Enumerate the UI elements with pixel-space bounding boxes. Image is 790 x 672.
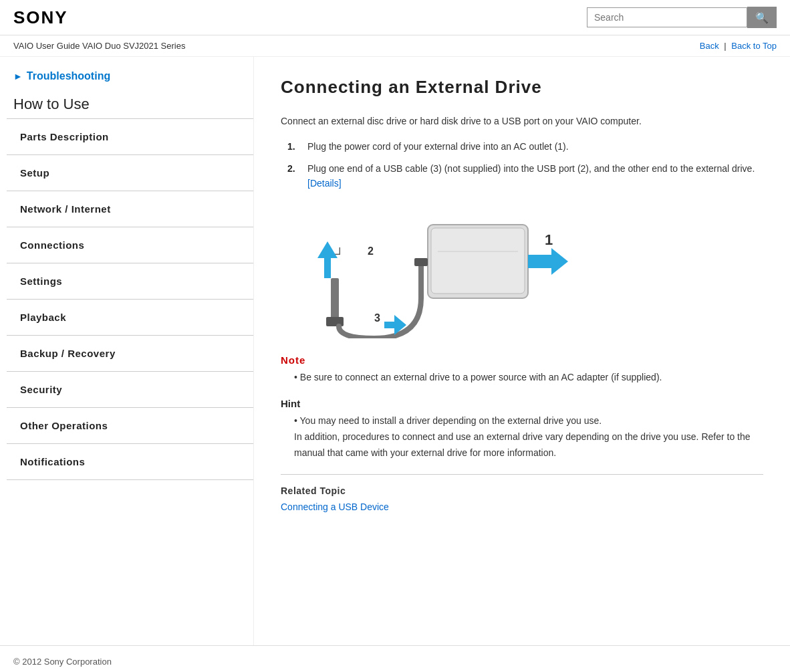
guide-title: VAIO User Guide VAIO Duo SVJ2021 Series: [13, 41, 185, 51]
svg-text:3: 3: [374, 312, 380, 324]
svg-rect-8: [331, 278, 339, 318]
search-input[interactable]: [587, 7, 747, 27]
sidebar-nav-title: How to Use: [7, 96, 253, 119]
svg-text:2: 2: [368, 245, 374, 257]
header: SONY 🔍: [0, 0, 790, 35]
svg-text:1: 1: [545, 231, 553, 248]
step-2-num: 2.: [287, 161, 302, 191]
step-2-text: Plug one end of a USB cable (3) (not sup…: [307, 161, 763, 191]
note-section: Note Be sure to connect an external driv…: [281, 354, 763, 384]
nav-separator: |: [724, 41, 729, 51]
svg-rect-11: [414, 258, 428, 266]
hint-text: You may need to install a driver dependi…: [281, 413, 763, 461]
sidebar-item-other-operations[interactable]: Other Operations: [7, 408, 253, 444]
intro-text: Connect an external disc drive or hard d…: [281, 114, 763, 128]
search-area: 🔍: [587, 7, 777, 28]
svg-marker-4: [528, 248, 568, 275]
hint-section: Hint You may need to install a driver de…: [281, 398, 763, 461]
sidebar-item-notifications[interactable]: Notifications: [7, 444, 253, 480]
sidebar-item-playback[interactable]: Playback: [7, 300, 253, 336]
page-title: Connecting an External Drive: [281, 77, 763, 98]
sidebar: ► Troubleshooting How to Use Parts Descr…: [0, 57, 254, 645]
step-1-num: 1.: [287, 139, 302, 154]
breadcrumb-bar: VAIO User Guide VAIO Duo SVJ2021 Series …: [0, 35, 790, 57]
related-section: Related Topic Connecting a USB Device: [281, 474, 763, 512]
step-1: 1. Plug the power cord of your external …: [281, 139, 763, 154]
search-icon: 🔍: [755, 11, 769, 24]
back-link[interactable]: Back: [700, 41, 719, 51]
main-layout: ► Troubleshooting How to Use Parts Descr…: [0, 57, 790, 645]
troubleshooting-section-header[interactable]: ► Troubleshooting: [7, 70, 253, 82]
back-to-top-link[interactable]: Back to Top: [731, 41, 777, 51]
sidebar-item-connections[interactable]: Connections: [7, 227, 253, 263]
troubleshooting-label: Troubleshooting: [27, 70, 110, 82]
sony-logo: SONY: [13, 7, 68, 28]
sidebar-item-backup-recovery[interactable]: Backup / Recovery: [7, 336, 253, 372]
note-label: Note: [281, 354, 763, 366]
related-topic-link[interactable]: Connecting a USB Device: [281, 501, 389, 512]
sidebar-item-setup[interactable]: Setup: [7, 155, 253, 191]
footer: © 2012 Sony Corporation: [0, 645, 790, 672]
step-2: 2. Plug one end of a USB cable (3) (not …: [281, 161, 763, 191]
sidebar-item-network-internet[interactable]: Network / Internet: [7, 191, 253, 227]
sidebar-item-settings[interactable]: Settings: [7, 263, 253, 300]
svg-rect-1: [431, 228, 525, 294]
connection-diagram: 1 ⌴ 2 3: [281, 205, 588, 338]
diagram-area: 1 ⌴ 2 3: [281, 205, 763, 338]
nav-links: Back | Back to Top: [700, 41, 777, 51]
copyright-text: © 2012 Sony Corporation: [13, 657, 112, 667]
note-text: Be sure to connect an external drive to …: [281, 370, 763, 384]
chevron-right-icon: ►: [13, 71, 23, 82]
related-label: Related Topic: [281, 485, 763, 496]
step-1-text: Plug the power cord of your external dri…: [307, 139, 569, 154]
sidebar-item-security[interactable]: Security: [7, 372, 253, 408]
content: Connecting an External Drive Connect an …: [254, 57, 790, 645]
hint-label: Hint: [281, 398, 763, 409]
details-link[interactable]: [Details]: [307, 178, 342, 189]
sidebar-item-parts-description[interactable]: Parts Description: [7, 119, 253, 155]
search-button[interactable]: 🔍: [747, 7, 777, 28]
